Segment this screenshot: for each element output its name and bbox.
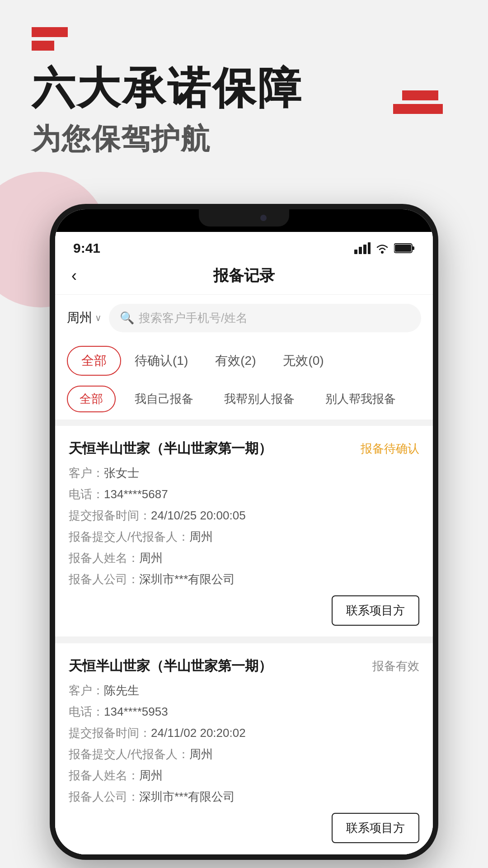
tab-invalid[interactable]: 无效(0) (269, 347, 337, 375)
record-card-1: 天恒半山世家（半山世家第一期） 报备待确认 客户：张女士 电话：134****5… (55, 426, 433, 637)
city-selector[interactable]: 周州 ∨ (67, 309, 102, 326)
record-phone-2: 电话：134****5953 (69, 703, 419, 721)
svg-point-4 (381, 251, 384, 254)
tab-pending[interactable]: 待确认(1) (121, 347, 202, 375)
record-card-2: 天恒半山世家（半山世家第一期） 报备有效 客户：陈先生 电话：134****59… (55, 643, 433, 854)
record-header-1: 天恒半山世家（半山世家第一期） 报备待确认 (69, 439, 419, 458)
search-box[interactable]: 🔍 搜索客户手机号/姓名 (109, 304, 421, 332)
svg-rect-3 (368, 242, 371, 254)
sub-all[interactable]: 全部 (67, 386, 116, 412)
record-title-2: 天恒半山世家（半山世家第一期） (69, 657, 272, 675)
notch (199, 209, 289, 226)
svg-rect-1 (359, 247, 362, 254)
record-registrant-2: 报备人姓名：周州 (69, 767, 419, 784)
status-bar: 9:41 (55, 232, 433, 257)
phone-screen: 9:41 (55, 209, 433, 854)
svg-rect-0 (354, 250, 357, 254)
city-name: 周州 (67, 309, 92, 326)
record-submitter-1: 报备提交人/代报备人：周州 (69, 528, 419, 546)
svg-rect-6 (412, 246, 414, 250)
record-footer-2: 联系项目方 (69, 813, 419, 843)
divider-2 (55, 637, 433, 643)
back-button[interactable]: ‹ (71, 266, 77, 285)
record-status-2: 报备有效 (372, 658, 419, 674)
tab-all[interactable]: 全部 (67, 346, 121, 376)
record-company-1: 报备人公司：深圳市***有限公司 (69, 571, 419, 588)
phone-mockup: 9:41 (50, 204, 438, 860)
sub-self[interactable]: 我自己报备 (123, 387, 205, 411)
sub-help-others[interactable]: 我帮别人报备 (212, 387, 306, 411)
header-section: 六大承诺保障 为您保驾护航 (0, 0, 488, 177)
tab-valid[interactable]: 有效(2) (202, 347, 269, 375)
svg-rect-2 (363, 245, 366, 254)
record-title-1: 天恒半山世家（半山世家第一期） (69, 439, 272, 458)
record-registrant-1: 报备人姓名：周州 (69, 549, 419, 567)
record-header-2: 天恒半山世家（半山世家第一期） 报备有效 (69, 657, 419, 675)
chevron-down-icon: ∨ (95, 312, 102, 323)
nav-title: 报备记录 (213, 265, 275, 286)
record-customer-1: 客户：张女士 (69, 464, 419, 482)
record-submitter-2: 报备提交人/代报备人：周州 (69, 745, 419, 763)
divider (55, 420, 433, 426)
signal-icon (354, 242, 371, 254)
record-time-1: 提交报备时间：24/10/25 20:00:05 (69, 507, 419, 524)
search-placeholder: 搜索客户手机号/姓名 (139, 310, 248, 326)
status-time: 9:41 (73, 241, 100, 256)
svg-rect-7 (395, 245, 411, 252)
record-company-2: 报备人公司：深圳市***有限公司 (69, 788, 419, 806)
search-icon: 🔍 (120, 311, 134, 325)
sub-filter: 全部 我自己报备 我帮别人报备 别人帮我报备 (55, 382, 433, 420)
contact-button-1[interactable]: 联系项目方 (332, 595, 419, 626)
status-icons (354, 242, 415, 254)
headline: 六大承诺保障 (32, 64, 456, 112)
battery-icon (394, 243, 415, 254)
logo-top-left (32, 27, 456, 51)
record-customer-2: 客户：陈先生 (69, 682, 419, 699)
main-tab-filter: 全部 待确认(1) 有效(2) 无效(0) (55, 341, 433, 382)
camera-dot (260, 215, 267, 221)
record-footer-1: 联系项目方 (69, 595, 419, 626)
wifi-icon (375, 242, 389, 254)
app-content: ‹ 报备记录 周州 ∨ 🔍 搜索客户手机号/姓名 全部 (55, 257, 433, 854)
phone-mockup-container: 9:41 (0, 204, 488, 860)
nav-bar: ‹ 报备记录 (55, 257, 433, 295)
search-area: 周州 ∨ 🔍 搜索客户手机号/姓名 (55, 295, 433, 341)
record-time-2: 提交报备时间：24/11/02 20:20:02 (69, 724, 419, 742)
subheadline: 为您保驾护航 (32, 119, 456, 159)
contact-button-2[interactable]: 联系项目方 (332, 813, 419, 843)
sub-others-helped[interactable]: 别人帮我报备 (314, 387, 408, 411)
record-phone-1: 电话：134****5687 (69, 486, 419, 503)
logo-top-right (393, 90, 443, 114)
record-status-1: 报备待确认 (361, 441, 419, 457)
